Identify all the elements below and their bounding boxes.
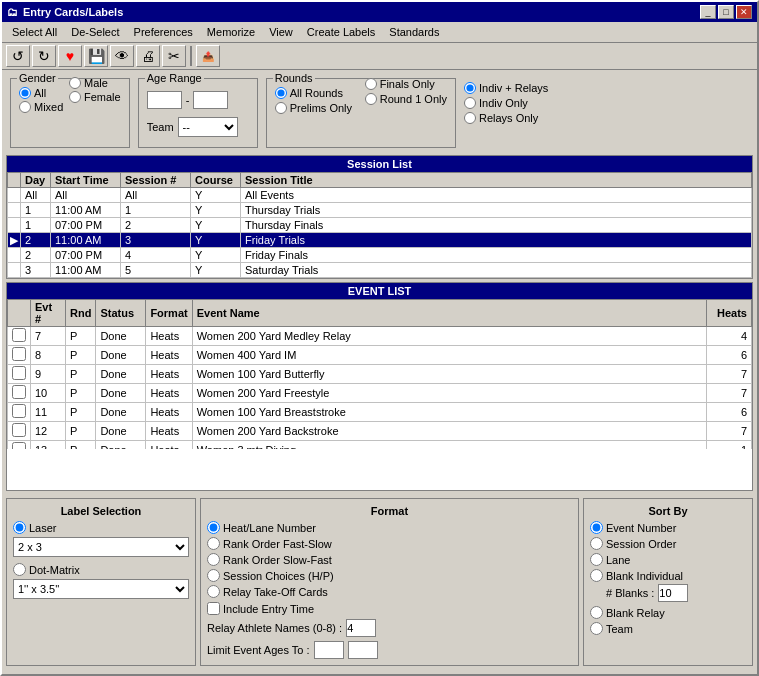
relay-indiv-relays-option[interactable]: Indiv + Relays	[464, 82, 548, 94]
format-rank-fast-slow[interactable]: Rank Order Fast-Slow	[207, 537, 572, 550]
event-checkbox[interactable]	[12, 423, 26, 437]
toolbar-redo[interactable]: ↻	[32, 45, 56, 67]
event-checkbox-cell[interactable]	[8, 365, 31, 384]
event-checkbox[interactable]	[12, 366, 26, 380]
event-row[interactable]: 11PDoneHeatsWomen 100 Yard Breaststroke6	[8, 403, 752, 422]
event-row[interactable]: 10PDoneHeatsWomen 200 Yard Freestyle7	[8, 384, 752, 403]
event-row[interactable]: 9PDoneHeatsWomen 100 Yard Butterfly7	[8, 365, 752, 384]
event-checkbox-cell[interactable]	[8, 403, 31, 422]
dotmatrix-radio[interactable]	[13, 563, 26, 576]
format-heat-lane-radio[interactable]	[207, 521, 220, 534]
sort-team-radio[interactable]	[590, 622, 603, 635]
event-row[interactable]: 7PDoneHeatsWomen 200 Yard Medley Relay4	[8, 327, 752, 346]
format-rank-slow-fast-radio[interactable]	[207, 553, 220, 566]
rounds-all-radio[interactable]	[275, 87, 287, 99]
session-row[interactable]: 107:00 PM2YThursday Finals	[8, 218, 752, 233]
sort-event-number-radio[interactable]	[590, 521, 603, 534]
session-grid-wrapper[interactable]: Day Start Time Session # Course Session …	[7, 172, 752, 278]
format-relay-takeoff-radio[interactable]	[207, 585, 220, 598]
include-entry-time-checkbox[interactable]	[207, 602, 220, 615]
laser-size-select[interactable]: 2 x 3 2 x 4 3 x 5	[13, 537, 189, 557]
relay-indiv-relays-radio[interactable]	[464, 82, 476, 94]
event-row[interactable]: 12PDoneHeatsWomen 200 Yard Backstroke7	[8, 422, 752, 441]
format-session-choices[interactable]: Session Choices (H/P)	[207, 569, 572, 582]
include-entry-time-row[interactable]: Include Entry Time	[207, 602, 572, 615]
laser-radio-item[interactable]: Laser	[13, 521, 189, 534]
event-checkbox[interactable]	[12, 347, 26, 361]
relay-indiv-only-radio[interactable]	[464, 97, 476, 109]
session-row[interactable]: 207:00 PM4YFriday Finals	[8, 248, 752, 263]
session-row[interactable]: 311:00 AM5YSaturday Trials	[8, 263, 752, 278]
dotmatrix-radio-item[interactable]: Dot-Matrix	[13, 563, 189, 576]
rounds-finals-radio[interactable]	[365, 78, 377, 90]
gender-all-radio[interactable]	[19, 87, 31, 99]
relay-indiv-only-option[interactable]: Indiv Only	[464, 97, 548, 109]
menu-select-all[interactable]: Select All	[6, 24, 63, 40]
relay-relays-only-option[interactable]: Relays Only	[464, 112, 548, 124]
menu-standards[interactable]: Standards	[383, 24, 445, 40]
event-row[interactable]: 13PDoneHeatsWomen 3 mtr Diving1	[8, 441, 752, 450]
maximize-button[interactable]: □	[718, 5, 734, 19]
menu-preferences[interactable]: Preferences	[128, 24, 199, 40]
event-checkbox-cell[interactable]	[8, 327, 31, 346]
toolbar-export[interactable]: 📤	[196, 45, 220, 67]
blanks-input[interactable]	[658, 584, 688, 602]
age-to-input[interactable]	[193, 91, 228, 109]
sort-lane[interactable]: Lane	[590, 553, 746, 566]
sort-session-order-radio[interactable]	[590, 537, 603, 550]
age-from-input[interactable]	[147, 91, 182, 109]
event-checkbox[interactable]	[12, 442, 26, 449]
team-select[interactable]: --	[178, 117, 238, 137]
limit-ages-from-input[interactable]	[314, 641, 344, 659]
event-row[interactable]: 8PDoneHeatsWomen 400 Yard IM6	[8, 346, 752, 365]
sort-lane-radio[interactable]	[590, 553, 603, 566]
sort-blank-individual-radio[interactable]	[590, 569, 603, 582]
format-session-choices-radio[interactable]	[207, 569, 220, 582]
sort-team[interactable]: Team	[590, 622, 746, 635]
relay-athlete-input[interactable]	[346, 619, 376, 637]
toolbar-heart[interactable]: ♥	[58, 45, 82, 67]
gender-female-radio[interactable]	[69, 91, 81, 103]
sort-blank-relay[interactable]: Blank Relay	[590, 606, 746, 619]
event-checkbox-cell[interactable]	[8, 346, 31, 365]
format-heat-lane[interactable]: Heat/Lane Number	[207, 521, 572, 534]
relay-relays-only-radio[interactable]	[464, 112, 476, 124]
menu-memorize[interactable]: Memorize	[201, 24, 261, 40]
menu-de-select[interactable]: De-Select	[65, 24, 125, 40]
sort-blank-relay-radio[interactable]	[590, 606, 603, 619]
gender-mixed-radio[interactable]	[19, 101, 31, 113]
format-rank-slow-fast[interactable]: Rank Order Slow-Fast	[207, 553, 572, 566]
dotmatrix-size-select[interactable]: 1'' x 3.5'' 1'' x 4''	[13, 579, 189, 599]
laser-radio[interactable]	[13, 521, 26, 534]
toolbar-scissors[interactable]: ✂	[162, 45, 186, 67]
toolbar-print[interactable]: 🖨	[136, 45, 160, 67]
session-row[interactable]: 111:00 AM1YThursday Trials	[8, 203, 752, 218]
rounds-round1-radio[interactable]	[365, 93, 377, 105]
format-relay-takeoff[interactable]: Relay Take-Off Cards	[207, 585, 572, 598]
gender-male-option[interactable]: Male	[69, 77, 121, 89]
session-row[interactable]: AllAllAllYAll Events	[8, 188, 752, 203]
toolbar-view[interactable]: 👁	[110, 45, 134, 67]
rounds-prelims-radio[interactable]	[275, 102, 287, 114]
gender-male-radio[interactable]	[69, 77, 81, 89]
event-checkbox-cell[interactable]	[8, 441, 31, 450]
toolbar-undo[interactable]: ↺	[6, 45, 30, 67]
sort-session-order[interactable]: Session Order	[590, 537, 746, 550]
sort-event-number[interactable]: Event Number	[590, 521, 746, 534]
rounds-finals-option[interactable]: Finals Only	[365, 78, 447, 90]
menu-create-labels[interactable]: Create Labels	[301, 24, 382, 40]
limit-ages-to-input[interactable]	[348, 641, 378, 659]
format-rank-fast-slow-radio[interactable]	[207, 537, 220, 550]
rounds-round1-option[interactable]: Round 1 Only	[365, 93, 447, 105]
gender-female-option[interactable]: Female	[69, 91, 121, 103]
session-row[interactable]: ▶211:00 AM3YFriday Trials	[8, 233, 752, 248]
event-checkbox[interactable]	[12, 404, 26, 418]
minimize-button[interactable]: _	[700, 5, 716, 19]
event-grid-wrapper[interactable]: Evt # Rnd Status Format Event Name Heats…	[7, 299, 752, 449]
toolbar-save[interactable]: 💾	[84, 45, 108, 67]
close-button[interactable]: ✕	[736, 5, 752, 19]
event-checkbox-cell[interactable]	[8, 384, 31, 403]
event-checkbox[interactable]	[12, 328, 26, 342]
menu-view[interactable]: View	[263, 24, 299, 40]
sort-blank-individual[interactable]: Blank Individual	[590, 569, 746, 582]
